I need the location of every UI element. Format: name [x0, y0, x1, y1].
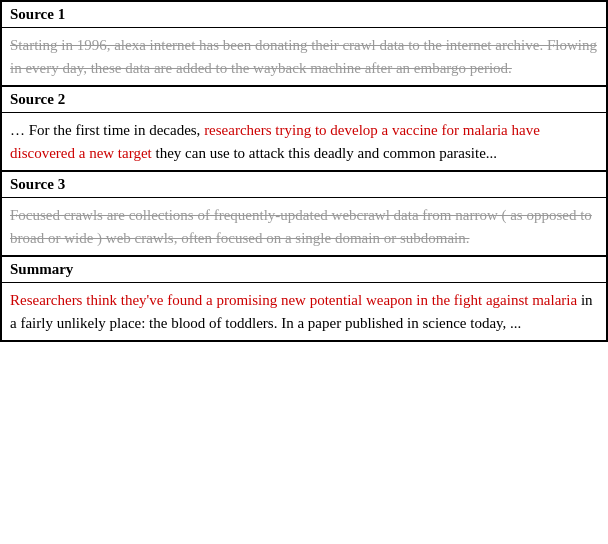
summary-section: Summary Researchers think they've found …	[2, 257, 606, 340]
source-3-text: Focused crawls are collections of freque…	[10, 207, 592, 246]
source-2-text-before: … For the first time in decades,	[10, 122, 204, 138]
source-3-header: Source 3	[2, 172, 606, 198]
source-1-label: Source 1	[10, 6, 65, 22]
source-1-section: Source 1 Starting in 1996, alexa interne…	[2, 2, 606, 87]
summary-label: Summary	[10, 261, 73, 277]
source-2-text-after: they can use to attack this deadly and c…	[152, 145, 497, 161]
source-1-header: Source 1	[2, 2, 606, 28]
source-3-label: Source 3	[10, 176, 65, 192]
summary-text-highlight: Researchers think they've found a promis…	[10, 292, 577, 308]
source-2-body: … For the first time in decades, researc…	[2, 113, 606, 170]
source-3-section: Source 3 Focused crawls are collections …	[2, 172, 606, 257]
source-1-text: Starting in 1996, alexa internet has bee…	[10, 37, 597, 76]
source-2-header: Source 2	[2, 87, 606, 113]
main-container: Source 1 Starting in 1996, alexa interne…	[0, 0, 608, 342]
summary-header: Summary	[2, 257, 606, 283]
source-3-body: Focused crawls are collections of freque…	[2, 198, 606, 255]
source-1-body: Starting in 1996, alexa internet has bee…	[2, 28, 606, 85]
source-2-label: Source 2	[10, 91, 65, 107]
source-2-section: Source 2 … For the first time in decades…	[2, 87, 606, 172]
summary-body: Researchers think they've found a promis…	[2, 283, 606, 340]
